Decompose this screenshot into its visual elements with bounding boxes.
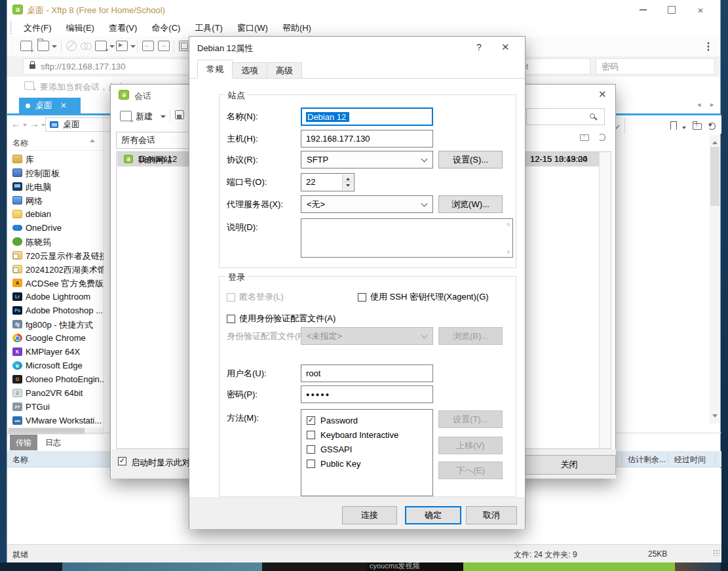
port-down-icon[interactable] [342,182,353,190]
local-file-row[interactable]: VMware Workstati... [7,414,104,427]
session-list-scrollbar[interactable] [599,152,611,448]
toolbar-icon[interactable] [37,41,49,51]
properties-tab[interactable]: 高级 [267,62,302,79]
close-session-dialog-button[interactable]: 关闭 [522,455,616,475]
add-session-icon[interactable] [24,81,34,90]
scroll-up-icon[interactable]: ∧ [506,221,510,227]
properties-dialog-close-icon[interactable]: ✕ [501,41,510,53]
bookmark-caret-icon[interactable] [682,127,686,131]
refresh-icon[interactable] [708,123,716,130]
method-chec kbox-icon[interactable] [307,416,315,425]
method-chec kbox-icon[interactable] [307,460,315,468]
toolbar-icon[interactable] [66,41,77,51]
minimize-button[interactable] [628,0,657,20]
proxy-select[interactable]: <无> [301,195,433,213]
local-hscrollbar[interactable] [7,427,104,435]
local-file-row[interactable]: 网络 [7,193,104,207]
local-file-row[interactable]: OneDrive [7,221,104,235]
xagent-checkbox[interactable]: 使用 SSH 密钥代理(Xagent)(G) [358,291,489,303]
method-row[interactable]: Public Key [301,457,432,471]
local-file-row[interactable]: Adobe Photoshop ... [7,304,104,317]
menu-item[interactable]: 文件(F) [16,22,59,34]
tab-log[interactable]: 日志 [40,435,66,450]
local-file-row[interactable]: 陈晓筠 [7,235,104,248]
session-folder-up-icon[interactable] [580,134,589,141]
toolbar-icon[interactable] [20,41,32,51]
proxy-browse-button[interactable]: 浏览(W)... [438,195,503,213]
method-chec kbox-icon[interactable] [307,431,315,439]
new-session-caret-icon[interactable] [161,115,166,121]
session-refresh-icon[interactable] [598,134,605,141]
transfer-name-header[interactable]: 名称 [12,454,28,465]
tab-desktop[interactable]: 桌面 ✕ [19,98,81,113]
toolbar-icon[interactable] [109,45,115,50]
toolbar-icon[interactable] [130,45,136,50]
local-file-row[interactable]: KMPlayer 64X [7,345,104,359]
scroll-down-icon[interactable] [712,414,718,420]
local-file-row[interactable]: 库 [7,152,104,166]
properties-tab[interactable]: 常规 [197,60,233,79]
checkbox-icon[interactable] [227,315,235,323]
back-icon[interactable]: ← [11,118,21,129]
menu-item[interactable]: 命令(C) [144,22,187,34]
help-icon[interactable]: ? [476,42,482,52]
protocol-settings-button[interactable]: 设置(S)... [438,151,503,168]
tab-scroll-left-icon[interactable]: ◂ [697,100,701,109]
local-file-row[interactable]: 20241202西湖美术馆 [7,262,104,276]
session-search-input[interactable] [526,108,605,125]
local-column-header[interactable]: 名称 [7,134,104,151]
pane-divider[interactable] [104,115,104,433]
dialog-username-input[interactable]: root [301,364,433,382]
close-button[interactable]: × [686,0,715,20]
forward-icon[interactable]: → [29,118,39,129]
local-file-row[interactable]: Google Chrome [7,331,104,345]
tab-close-icon[interactable]: ✕ [60,101,67,110]
local-file-row[interactable]: Oloneo PhotoEngin... [7,372,104,386]
address-input[interactable]: sftp://192.168.177.130 [23,58,192,75]
local-file-row[interactable]: Pano2VR 64bit [7,386,104,400]
toolbar-icon[interactable] [95,41,107,51]
maximize-button[interactable] [657,0,686,20]
folder-up-icon[interactable] [693,123,702,130]
local-file-row[interactable]: 控制面板 [7,166,104,180]
site-name-input[interactable]: Debian 12 [301,108,433,126]
method-chec kbox-icon[interactable] [307,445,315,454]
toolbar-icon[interactable] [707,42,710,51]
cancel-button[interactable]: 取消 [466,506,517,524]
connect-button[interactable]: 连接 [342,506,397,524]
remote-vscrollbar[interactable] [710,135,720,423]
local-file-row[interactable]: Adobe Lightroom [7,290,104,304]
toolbar-icon[interactable] [52,45,57,50]
toolbar-icon[interactable] [81,41,92,51]
dialog-password-input[interactable]: ●●●●● [301,385,433,403]
menu-item[interactable]: 窗口(W) [230,22,275,34]
port-up-icon[interactable] [342,174,353,182]
show-on-startup-checkbox[interactable] [118,457,126,465]
back-caret-icon[interactable] [23,124,27,128]
toolbar-icon[interactable] [61,40,62,53]
menu-item[interactable]: 帮助(H) [275,22,318,34]
new-session-button[interactable]: 新建 [136,111,153,123]
description-textarea[interactable]: ∧ ∨ [301,218,513,258]
scroll-down-icon[interactable]: ∨ [506,248,510,255]
protocol-select[interactable]: SFTP [301,151,433,168]
local-file-row[interactable]: 此电脑 [7,180,104,193]
menu-item[interactable]: 查看(V) [102,22,144,34]
method-row[interactable]: Keyboard Interactive [301,428,432,443]
port-stepper[interactable]: 22 [301,173,354,191]
checkbox-icon[interactable] [358,293,366,302]
local-file-row[interactable]: debian [7,207,104,221]
host-input[interactable]: 192.168.177.130 [301,130,433,148]
menu-item[interactable]: 工具(T) [187,22,230,34]
method-row[interactable]: GSSAPI [301,443,432,457]
local-file-row[interactable]: 720云显示作者及链接 [7,248,104,262]
toolbar-icon[interactable] [116,41,128,51]
password-input[interactable]: 密码 [596,58,715,75]
method-row[interactable]: Password [301,414,432,428]
toolbar-icon[interactable] [158,41,170,51]
ok-button[interactable]: 确定 [405,506,461,524]
local-file-row[interactable]: fg800p - 快捷方式 [7,317,104,331]
toolbar-icon[interactable] [174,40,174,53]
transfer-est-header[interactable]: 估计剩余... [628,454,666,465]
tab-scroll-right-icon[interactable]: ▸ [710,100,714,109]
